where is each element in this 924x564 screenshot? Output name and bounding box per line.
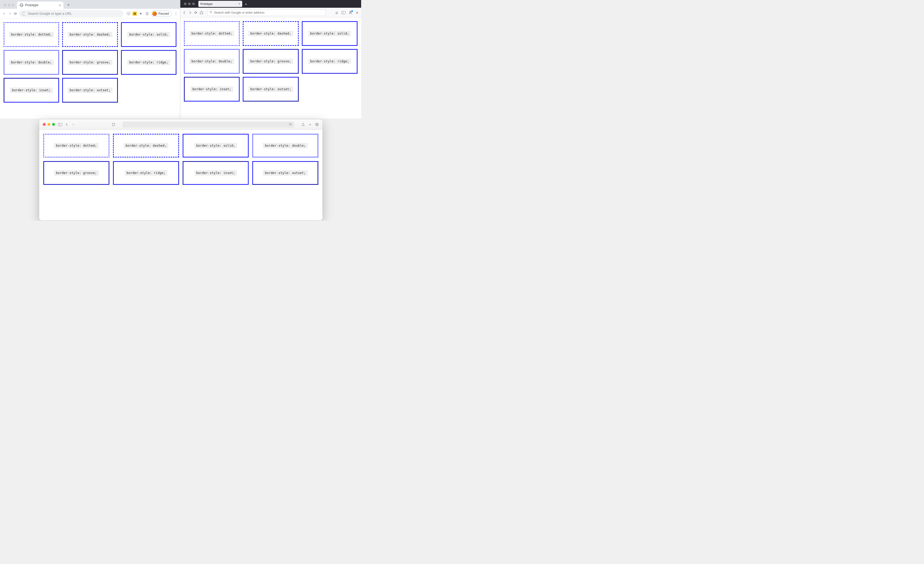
tabs-overview-icon[interactable] — [315, 123, 319, 126]
code-label: border-style: dotted; — [9, 32, 54, 37]
window-controls[interactable] — [43, 123, 55, 126]
svg-point-1 — [350, 11, 351, 13]
demo-box-dashed: border-style: dashed; — [113, 134, 179, 157]
firefox-toolbar: ⟳ Search with Google or enter address ⫼ … — [180, 8, 361, 18]
google-icon — [22, 12, 26, 15]
chrome-toolbar-right: ⓘ JS ✦ ☰ Paused ⋮ — [125, 10, 178, 17]
firefox-tab-strip: Prototype × + — [180, 0, 361, 8]
back-button[interactable] — [2, 12, 6, 16]
window-zoom-icon[interactable] — [52, 123, 55, 126]
code-label: border-style: ridge; — [125, 171, 167, 175]
demo-box-solid: border-style: solid; — [183, 134, 249, 157]
window-minimize-icon[interactable] — [188, 3, 190, 5]
window-controls[interactable] — [2, 4, 17, 9]
demo-box-dotted: border-style: dotted; — [184, 21, 240, 46]
demo-box-ridge: border-style: ridge; — [113, 161, 179, 185]
new-tab-button[interactable]: + — [242, 2, 250, 6]
window-close-icon[interactable] — [184, 3, 186, 5]
code-label: border-style: ridge; — [128, 60, 170, 65]
address-bar[interactable]: Search with Google or enter address — [207, 9, 326, 16]
reload-button[interactable]: ⟳ — [194, 10, 198, 15]
demo-box-ridge: border-style: ridge; — [121, 50, 177, 75]
safari-viewport: border-style: dotted; border-style: dash… — [39, 130, 322, 220]
code-label: border-style: double; — [9, 60, 54, 65]
share-icon[interactable] — [301, 123, 305, 126]
browser-tab[interactable]: Prototype × — [17, 1, 63, 9]
code-label: border-style: dotted; — [190, 31, 234, 36]
demo-box-inset: border-style: inset; — [4, 78, 59, 103]
paused-label: Paused — [158, 12, 169, 15]
account-icon[interactable] — [348, 10, 352, 15]
demo-box-double: border-style: double; — [4, 50, 59, 75]
forward-button[interactable] — [72, 123, 75, 126]
extension-js-icon[interactable]: JS — [133, 12, 137, 16]
firefox-viewport: border-style: dotted; border-style: dash… — [180, 18, 361, 118]
new-tab-icon[interactable]: + — [309, 123, 311, 127]
browser-tab[interactable]: Prototype × — [198, 1, 242, 7]
close-tab-icon[interactable]: × — [59, 3, 61, 7]
demo-box-dashed: border-style: dashed; — [62, 22, 118, 47]
kebab-menu-icon[interactable]: ⋮ — [174, 12, 178, 16]
new-tab-button[interactable]: + — [65, 1, 72, 8]
code-label: border-style: dashed; — [68, 32, 112, 37]
reload-icon[interactable]: ⟳ — [289, 123, 292, 126]
forward-button[interactable] — [188, 10, 192, 15]
window-close-icon[interactable] — [43, 123, 46, 126]
window-controls[interactable] — [182, 3, 198, 5]
code-label: border-style: outset; — [248, 87, 293, 92]
code-label: border-style: ridge; — [309, 59, 351, 64]
svg-point-0 — [210, 11, 212, 13]
sidebar-toggle-icon[interactable] — [58, 123, 62, 126]
chrome-browser-window: Prototype × + ⟳ Search Google or type a … — [0, 0, 180, 118]
code-label: border-style: solid; — [309, 31, 351, 36]
code-label: border-style: double; — [263, 143, 308, 148]
code-label: border-style: groove; — [248, 59, 293, 64]
window-minimize-icon[interactable] — [8, 4, 10, 6]
demo-box-double: border-style: double; — [252, 134, 318, 157]
profile-paused-button[interactable]: Paused — [151, 10, 172, 17]
avatar-icon — [152, 11, 157, 16]
window-zoom-icon[interactable] — [192, 3, 195, 5]
shield-icon[interactable] — [112, 123, 115, 126]
demo-box-groove: border-style: groove; — [243, 49, 298, 74]
back-button[interactable] — [182, 10, 186, 15]
demo-box-double: border-style: double; — [184, 49, 240, 74]
sidebar-icon[interactable] — [342, 10, 346, 15]
window-zoom-icon[interactable] — [12, 4, 15, 6]
tab-title: Prototype — [25, 3, 38, 7]
code-label: border-style: double; — [190, 59, 234, 64]
demo-box-outset: border-style: outset; — [243, 77, 298, 102]
window-minimize-icon[interactable] — [48, 123, 50, 126]
demo-box-inset: border-style: inset; — [184, 77, 240, 102]
forward-button[interactable] — [8, 12, 12, 16]
close-tab-icon[interactable]: × — [238, 2, 240, 6]
library-icon[interactable]: ⫼ — [335, 10, 339, 15]
home-button[interactable] — [200, 10, 204, 15]
demo-box-solid: border-style: solid; — [121, 22, 177, 47]
chrome-toolbar: ⟳ Search Google or type a URL ⓘ JS ✦ ☰ P… — [0, 9, 180, 19]
code-label: border-style: outset; — [68, 88, 112, 93]
code-label: border-style: inset; — [195, 171, 237, 175]
demo-box-outset: border-style: outset; — [252, 161, 318, 185]
code-label: border-style: inset; — [10, 88, 52, 93]
globe-icon — [20, 3, 23, 7]
reload-button[interactable]: ⟳ — [14, 12, 18, 16]
chrome-viewport: border-style: dotted; border-style: dash… — [0, 19, 180, 118]
code-label: border-style: dashed; — [248, 31, 293, 36]
hamburger-menu-icon[interactable]: ≡ — [355, 10, 359, 15]
border-style-grid: border-style: dotted; border-style: dash… — [4, 22, 177, 103]
extensions-icon[interactable]: ✦ — [139, 12, 143, 16]
demo-box-inset: border-style: inset; — [183, 161, 249, 185]
safari-toolbar: ⟳ + — [39, 119, 322, 130]
firefox-toolbar-right: ⫼ ≡ — [335, 10, 359, 15]
window-close-icon[interactable] — [4, 4, 6, 6]
demo-box-dotted: border-style: dotted; — [4, 22, 59, 47]
info-icon[interactable]: ⓘ — [126, 12, 130, 16]
safari-toolbar-right: + — [301, 123, 319, 127]
address-bar[interactable]: ⟳ — [123, 121, 294, 127]
omnibox-placeholder: Search Google or type a URL — [28, 12, 72, 15]
address-bar[interactable]: Search Google or type a URL — [19, 10, 123, 17]
code-label: border-style: dotted; — [54, 143, 99, 148]
back-button[interactable] — [65, 123, 68, 126]
reading-list-icon[interactable]: ☰ — [145, 12, 149, 16]
